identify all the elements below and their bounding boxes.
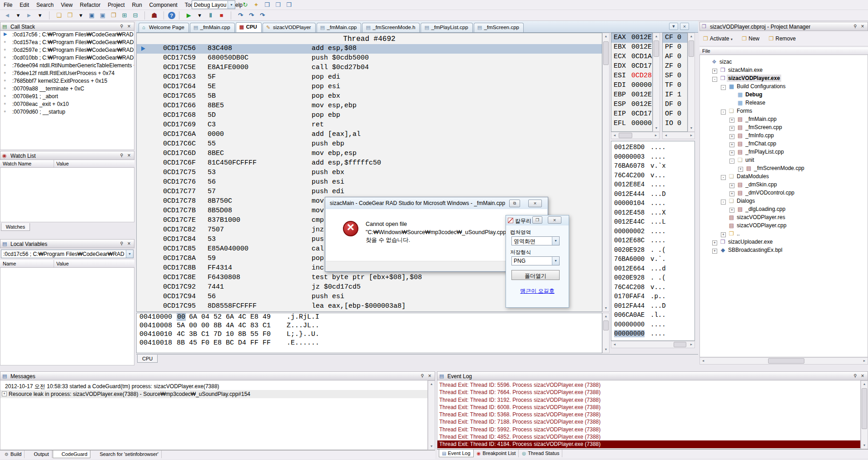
file-column[interactable]: File (702, 48, 710, 54)
stack-row[interactable]: 00000000.... (611, 320, 694, 330)
close-icon[interactable] (859, 373, 866, 379)
editor-tab[interactable]: _fmScreenMode.h (362, 23, 420, 32)
project-tree-row[interactable]: sizac (700, 59, 868, 67)
event-log-row[interactable]: Thread Exit: Thread ID: 7664. Process si… (437, 389, 860, 396)
layout-toolbar-icon[interactable]: ❒ (283, 0, 294, 10)
chevron-down-icon[interactable]: ▼ (126, 250, 133, 258)
stack-row[interactable]: 0012E664...d (611, 265, 694, 274)
scroll-up-icon[interactable] (688, 33, 694, 40)
project-tree-row[interactable]: +SBBroadcastingEx.bpl (700, 247, 868, 255)
tree-expander[interactable]: + (729, 208, 734, 213)
editor-tab[interactable]: _fmPlayList.cpp (421, 23, 472, 32)
register-row[interactable]: ECX0CD1A (611, 52, 652, 62)
call-stack-row[interactable]: :00708eac _exit + 0x10 (0, 100, 134, 108)
flag-row[interactable]: CF0 (663, 33, 687, 43)
flag-row[interactable]: DF0 (663, 100, 687, 110)
disasm-scrollbar[interactable] (602, 33, 610, 312)
registers-hscrollbar[interactable] (611, 132, 660, 139)
event-log-row[interactable]: Thread Exit: Thread ID: 5992. Process si… (437, 426, 860, 433)
messages-scrollbar[interactable] (428, 380, 435, 450)
chevron-down-icon[interactable]: ▼ (552, 237, 559, 245)
project-tree-row[interactable]: -unit (700, 157, 868, 165)
event-log-row[interactable]: Thread Exit: Thread ID: 4184. Process si… (437, 440, 860, 448)
close-icon[interactable]: × (548, 216, 561, 224)
memory-row[interactable]: 00410000006A 04 52 6A 4C E8 49.j.RjL.I (137, 313, 602, 322)
file-toolbar-button[interactable]: ❏ (54, 11, 64, 20)
event-log-row[interactable]: Thread Exit: Thread ID: 5596. Process si… (437, 381, 860, 389)
project-tree-row[interactable]: +_fmScreenMode.cpp (700, 165, 868, 173)
call-stack-row[interactable]: :0cd010bb ; C:₩Program Files₩CodeGear₩RA… (0, 54, 134, 62)
event-log-tab[interactable]: Event Log (439, 450, 474, 457)
scroll-thumb[interactable] (654, 40, 659, 57)
menu-item[interactable]: File (0, 0, 16, 10)
disasm-row[interactable]: 0CD17C6F81C450FCFFFFadd esp,$fffffc50 (137, 159, 602, 168)
disasm-row[interactable]: 0CD17C7656push esi (137, 178, 602, 187)
pin-icon[interactable] (119, 24, 125, 30)
nav-toolbar-button[interactable]: ▾ (13, 11, 24, 20)
tree-expander[interactable]: - (729, 159, 734, 164)
stack-row[interactable]: 0012FA44...D (611, 302, 694, 311)
call-stack-row[interactable]: :7685bbf7 kernel32.ExitProcess + 0x15 (0, 77, 134, 85)
project-tree-row[interactable]: +sizacUploader.exe (700, 239, 868, 247)
memory-row[interactable]: 004100085A 00 00 8B 4A 4C 83 C1Z...JL.. (137, 322, 602, 330)
flags-pane[interactable]: CF0PF0AF0ZF0SF0TF0IF1DF0OF0IO0 (662, 33, 688, 132)
watch-value-column[interactable]: Value (56, 161, 69, 166)
event-log-row[interactable]: Thread Exit: Thread ID: 3192. Process si… (437, 396, 860, 404)
event-log-tab[interactable]: Breakpoint List (474, 450, 519, 457)
memory-row[interactable]: 004100188B 45 F0 E8 BC D4 FF FF.E...... (137, 339, 602, 348)
flag-row[interactable]: ZF0 (663, 62, 687, 71)
message-row[interactable]: +Resource leak in process: sizacVODPlaye… (0, 390, 427, 398)
editor-tab[interactable]: _fmMain.cpp (317, 23, 362, 32)
tree-expander[interactable]: + (729, 126, 734, 131)
stack-row[interactable]: 0020E928. .( (611, 274, 694, 283)
tree-expander[interactable]: + (738, 167, 743, 172)
scroll-thumb[interactable] (619, 133, 632, 138)
project-tree-row[interactable]: +_fmChat.cpp (700, 140, 868, 149)
close-icon[interactable] (126, 153, 132, 159)
file-toolbar-button[interactable]: ❐ (64, 11, 75, 20)
scroll-up-icon[interactable] (428, 381, 435, 387)
chevron-down-icon[interactable]: ▼ (228, 1, 235, 9)
flag-row[interactable]: IO0 (663, 119, 687, 129)
call-stack-row[interactable]: :76dee094 ntdll.RtlNumberGenericTableEle… (0, 62, 134, 70)
tree-expander[interactable]: + (712, 240, 717, 245)
tree-expander[interactable]: + (729, 118, 734, 123)
scroll-up-icon[interactable] (861, 381, 868, 387)
menu-item[interactable]: View (57, 0, 76, 10)
register-row[interactable]: ESI0CD28 (611, 71, 652, 81)
disasm-row[interactable]: 0CD17C5683C408add esp,$08 (137, 44, 602, 54)
scroll-right-icon[interactable] (653, 132, 659, 139)
disasm-row[interactable]: 0CD17C69C3ret (137, 120, 602, 130)
local-vars-scope-combo[interactable]: :0cd17c56 ; C:₩Program Files₩CodeGear₩RA… (1, 250, 134, 258)
memory-dump-pane[interactable]: 00410000006A 04 52 6A 4C E8 49.j.RjL.I00… (136, 313, 602, 353)
stack-hscrollbar[interactable] (611, 341, 695, 348)
register-row[interactable]: EIP0CD17 (611, 110, 652, 119)
stack-row[interactable]: 0012E444...D (611, 190, 694, 200)
file-toolbar-button[interactable]: ▣ (86, 11, 97, 20)
register-row[interactable]: ESP0012E (611, 100, 652, 110)
project-tree-row[interactable]: sizacVODPlayer.res (700, 214, 868, 222)
tree-expander[interactable]: + (729, 191, 734, 196)
project-tree-row[interactable]: +sizacMain.exe (700, 67, 868, 75)
scroll-thumb[interactable] (689, 40, 694, 57)
close-icon[interactable] (427, 373, 433, 379)
layout-toolbar-icon[interactable]: ✦ (251, 0, 262, 10)
flag-row[interactable]: AF0 (663, 52, 687, 62)
menu-item[interactable]: Run (129, 0, 146, 10)
layout-toolbar-icon[interactable]: ↻ (240, 0, 251, 10)
step-toolbar-button[interactable]: ↷ (257, 11, 268, 20)
file-toolbar-button[interactable]: ▾ (75, 11, 86, 20)
disasm-row[interactable]: 0CD17C685Dpop ebp (137, 111, 602, 120)
stack-row[interactable]: 76BA6078v.`x (611, 162, 694, 171)
project-tree-row[interactable]: -Dialogs (700, 198, 868, 206)
editor-tab[interactable]: CPU (236, 22, 262, 32)
scroll-left-icon[interactable] (611, 341, 618, 348)
flag-row[interactable]: PF0 (663, 43, 687, 52)
activate-button[interactable]: ❐Activate ▾ (700, 34, 735, 45)
stack-row[interactable]: 0170FAF4.p.. (611, 292, 694, 302)
event-log-tab[interactable]: Thread Status (519, 450, 562, 457)
scroll-right-icon[interactable] (688, 132, 694, 139)
memory-scrollbar[interactable] (602, 313, 610, 353)
event-log-row[interactable]: Thread Exit: Thread ID: 6008. Process si… (437, 404, 860, 411)
project-tree-row[interactable]: +_dmSkin.cpp (700, 181, 868, 190)
